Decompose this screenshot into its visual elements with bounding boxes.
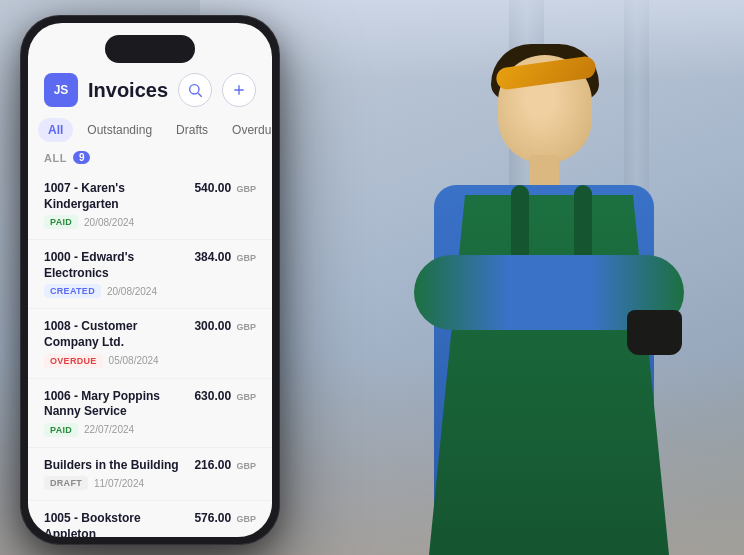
invoice-currency: GBP	[236, 514, 256, 524]
invoice-amount: 384.00 GBP	[194, 250, 256, 264]
tab-overdue[interactable]: Overdue	[222, 118, 272, 142]
invoice-currency: GBP	[236, 392, 256, 402]
app-header: JS Invoices	[28, 73, 272, 107]
add-invoice-button[interactable]	[222, 73, 256, 107]
filter-tabs-bar: All Outstanding Drafts Overdue Paid De…	[28, 118, 272, 142]
phone-case: JS Invoices All Outsta	[20, 15, 280, 545]
count-badge: 9	[73, 151, 91, 164]
table-row[interactable]: 1000 - Edward's Electronics 384.00 GBP C…	[28, 240, 272, 309]
tab-outstanding[interactable]: Outstanding	[77, 118, 162, 142]
invoice-currency: GBP	[236, 322, 256, 332]
glove-left	[627, 310, 682, 355]
invoice-date: 20/08/2024	[107, 286, 157, 297]
page-title: Invoices	[88, 79, 168, 102]
invoice-amount: 300.00 GBP	[194, 319, 256, 333]
status-badge: DRAFT	[44, 476, 88, 490]
invoice-name: 1000 - Edward's Electronics	[44, 250, 186, 281]
status-badge: PAID	[44, 423, 78, 437]
invoice-count-section: ALL 9	[44, 151, 90, 164]
phone-screen: JS Invoices All Outsta	[28, 23, 272, 537]
invoice-name: 1006 - Mary Poppins Nanny Service	[44, 389, 186, 420]
invoice-amount: 216.00 GBP	[194, 458, 256, 472]
invoice-date: 11/07/2024	[94, 478, 144, 489]
invoice-amount: 630.00 GBP	[194, 389, 256, 403]
invoice-date: 05/08/2024	[109, 355, 159, 366]
table-row[interactable]: Builders in the Building 216.00 GBP DRAF…	[28, 448, 272, 502]
invoice-currency: GBP	[236, 461, 256, 471]
invoice-name: 1007 - Karen's Kindergarten	[44, 181, 186, 212]
invoice-currency: GBP	[236, 253, 256, 263]
search-button[interactable]	[178, 73, 212, 107]
table-row[interactable]: 1006 - Mary Poppins Nanny Service 630.00…	[28, 379, 272, 448]
count-label: ALL	[44, 152, 67, 164]
dynamic-island	[105, 35, 195, 63]
svg-point-0	[190, 85, 199, 94]
svg-line-1	[198, 93, 202, 97]
invoice-name: Builders in the Building	[44, 458, 186, 474]
invoice-amount: 576.00 GBP	[194, 511, 256, 525]
person-apron	[429, 195, 669, 555]
ceiling	[200, 0, 744, 80]
table-row[interactable]: 1005 - Bookstore Appleton 576.00 GBP OVE…	[28, 501, 272, 537]
tab-all[interactable]: All	[38, 118, 73, 142]
invoice-date: 20/08/2024	[84, 217, 134, 228]
table-row[interactable]: 1007 - Karen's Kindergarten 540.00 GBP P…	[28, 171, 272, 240]
search-icon	[187, 82, 203, 98]
invoice-currency: GBP	[236, 184, 256, 194]
invoice-amount: 540.00 GBP	[194, 181, 256, 195]
status-badge: PAID	[44, 215, 78, 229]
invoice-date: 22/07/2024	[84, 424, 134, 435]
status-badge: OVERDUE	[44, 354, 103, 368]
plus-icon	[231, 82, 247, 98]
status-badge: CREATED	[44, 284, 101, 298]
invoice-name: 1005 - Bookstore Appleton	[44, 511, 186, 537]
invoice-name: 1008 - Customer Company Ltd.	[44, 319, 186, 350]
tab-drafts[interactable]: Drafts	[166, 118, 218, 142]
table-row[interactable]: 1008 - Customer Company Ltd. 300.00 GBP …	[28, 309, 272, 378]
user-avatar: JS	[44, 73, 78, 107]
phone-device: JS Invoices All Outsta	[20, 15, 280, 545]
invoice-list: 1007 - Karen's Kindergarten 540.00 GBP P…	[28, 171, 272, 537]
